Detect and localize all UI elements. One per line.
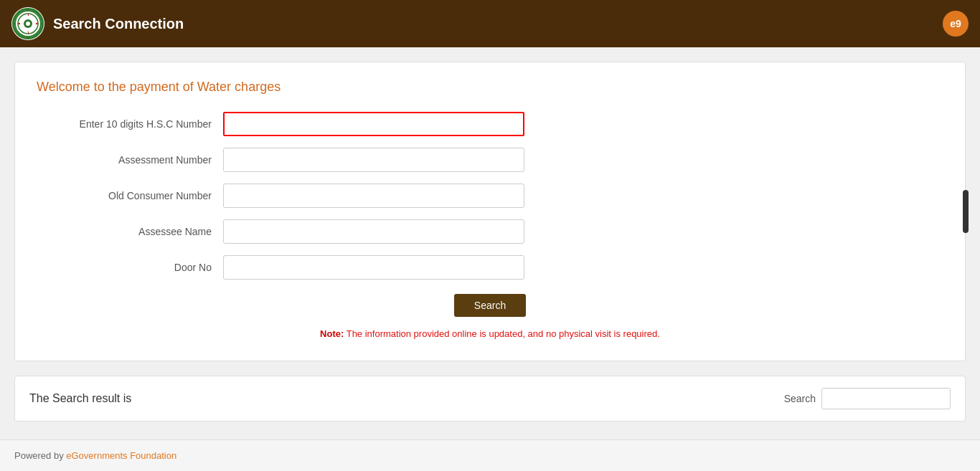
form-card: Welcome to the payment of Water charges … [14,62,966,361]
hsc-row: Enter 10 digits H.S.C Number [37,112,943,136]
old-consumer-label: Old Consumer Number [37,190,223,201]
assessee-name-row: Assessee Name [37,219,943,244]
old-consumer-input[interactable] [223,184,524,208]
hsc-input[interactable] [223,112,524,136]
note-prefix: Note: [320,328,344,339]
app-title: Search Connection [53,16,184,32]
assessment-label: Assessment Number [37,154,223,166]
door-no-row: Door No [37,255,943,280]
note-area: Note: The information provided online is… [37,328,943,339]
results-search-area: Search [784,388,951,409]
logo-emblem [12,8,44,39]
header-left: Search Connection [11,7,184,40]
app-header: Search Connection e9 [0,0,980,47]
user-badge[interactable]: e9 [943,11,969,37]
app-logo [11,7,44,40]
note-body: The information provided online is updat… [344,328,660,339]
assessee-name-label: Assessee Name [37,226,223,237]
door-no-input[interactable] [223,255,524,280]
results-section: The Search result is Search [14,376,966,422]
assessment-row: Assessment Number [37,148,943,172]
hsc-label: Enter 10 digits H.S.C Number [37,118,223,130]
assessment-input[interactable] [223,148,524,172]
footer-prefix: Powered by [14,450,66,461]
door-no-label: Door No [37,262,223,273]
main-content: Welcome to the payment of Water charges … [0,47,980,436]
results-search-label: Search [784,393,816,404]
assessee-name-input[interactable] [223,219,524,244]
search-btn-row: Search [37,294,943,317]
scrollbar-hint[interactable] [963,190,969,233]
form-card-title: Welcome to the payment of Water charges [37,80,943,95]
app-footer: Powered by eGovernments Foundation [0,439,980,471]
search-button[interactable]: Search [454,294,526,317]
results-title: The Search result is [29,392,131,405]
svg-point-3 [26,22,30,26]
old-consumer-row: Old Consumer Number [37,184,943,208]
results-search-input[interactable] [821,388,951,409]
footer-link[interactable]: eGovernments Foundation [66,450,176,461]
